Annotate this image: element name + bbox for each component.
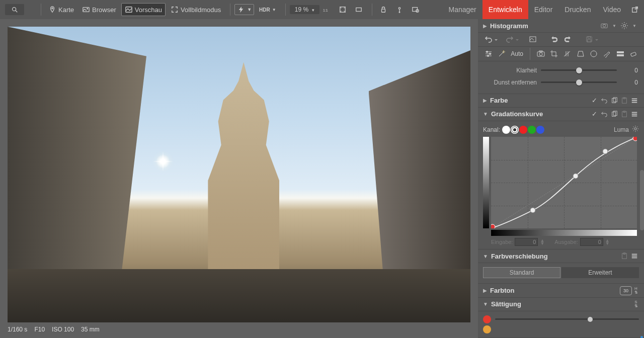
chevron-down-icon[interactable]: ▼ [610, 21, 619, 30]
tool-gradient[interactable] [613, 47, 626, 61]
copy-icon[interactable] [610, 110, 619, 119]
eingabe-input[interactable] [515, 238, 538, 246]
chevron-right-icon: ▶ [483, 98, 487, 103]
saettigung-body [478, 311, 644, 338]
tool-crop[interactable] [547, 47, 560, 61]
module-entwickeln[interactable]: Entwickeln [482, 0, 528, 19]
tool-auto-wand[interactable] [495, 47, 508, 61]
tool-brush[interactable] [600, 47, 613, 61]
section-farbverschiebung-label: Farbverschiebung [491, 252, 617, 260]
channel-red[interactable] [519, 126, 527, 134]
module-manager[interactable]: Manager [443, 0, 482, 19]
slider-klarheit-label: Klarheit [484, 67, 537, 74]
curve-editor[interactable] [491, 137, 637, 228]
undo-button[interactable] [483, 34, 494, 45]
module-drucken[interactable]: Drucken [558, 0, 597, 19]
zoom-level[interactable]: 19 % ▾ [290, 5, 320, 14]
section-saettigung[interactable]: ▼ Sättigung S⇅ [478, 298, 644, 311]
image-icon [125, 6, 133, 14]
tool-straighten[interactable] [560, 47, 574, 61]
module-video[interactable]: Video [597, 0, 627, 19]
auto-button[interactable]: Auto [509, 47, 526, 61]
slider-dunst[interactable] [541, 81, 617, 83]
tool-sliders[interactable] [482, 47, 495, 61]
menu-icon[interactable] [630, 110, 639, 119]
chevron-down-icon: ▼ [483, 111, 488, 117]
rotate-right-button[interactable] [562, 34, 574, 45]
section-farbton[interactable]: ▶ Farbton 30 H⇅ [478, 284, 644, 297]
hs-mini-icon[interactable]: H⇅ [633, 287, 639, 294]
hdr-dropdown[interactable]: HDR ▼ [256, 5, 279, 15]
s-mini-icon[interactable]: S⇅ [633, 300, 639, 308]
camera-small-icon[interactable] [600, 21, 609, 30]
compare-icon[interactable] [352, 4, 366, 16]
sat-red-slider[interactable] [495, 318, 639, 320]
check-icon[interactable]: ✓ [590, 96, 599, 105]
module-editor[interactable]: Editor [528, 0, 559, 19]
undo-small-icon[interactable] [600, 96, 609, 105]
tool-perspective[interactable] [574, 47, 587, 61]
section-curve[interactable]: ▼ Gradationskurve ✓ [478, 108, 644, 121]
svg-point-57 [513, 128, 516, 131]
chevron-down-icon: ▼ [483, 301, 488, 307]
topbar-karte[interactable]: Karte [45, 4, 77, 16]
paste-icon[interactable] [620, 110, 629, 119]
seg-standard[interactable]: Standard [483, 267, 560, 278]
zoom-fit[interactable] [336, 4, 350, 16]
section-farbe[interactable]: ▶ Farbe ✓ [478, 94, 644, 108]
slider-klarheit-value: 0 [621, 67, 638, 74]
paste-icon[interactable] [620, 251, 629, 261]
flash-dropdown[interactable]: ▼ [234, 4, 254, 15]
stepper-icon[interactable]: ▲▼ [605, 239, 610, 245]
channel-luma[interactable] [502, 126, 510, 134]
seg-erweitert[interactable]: Erweitert [561, 267, 639, 278]
svg-point-29 [488, 55, 489, 56]
hdr-label: HDR [259, 7, 270, 13]
topbar-karte-label: Karte [58, 6, 74, 14]
slider-klarheit[interactable] [541, 69, 617, 71]
gear-icon[interactable] [620, 21, 629, 30]
scrollbar[interactable] [640, 170, 644, 230]
ausgabe-input[interactable] [580, 238, 603, 246]
svg-line-16 [635, 7, 637, 10]
section-farbton-label: Farbton [490, 287, 617, 294]
rotate-left-button[interactable] [548, 34, 559, 45]
image-canvas[interactable] [8, 27, 470, 322]
curve-body: Kanal: Luma [478, 121, 644, 249]
channel-invert[interactable] [511, 126, 519, 134]
copy-icon[interactable] [610, 96, 619, 105]
svg-rect-22 [588, 37, 590, 39]
eyedropper-button[interactable] [392, 4, 407, 16]
channel-green[interactable] [528, 126, 536, 134]
chevron-down-icon: ▼ [483, 254, 488, 259]
overexposure-button[interactable] [409, 4, 423, 16]
gradient-horizontal [491, 230, 637, 236]
save-button[interactable] [584, 34, 595, 45]
tool-eraser[interactable] [627, 47, 640, 61]
zoom-1to1[interactable]: 1:1 [319, 4, 334, 16]
search-icon [11, 6, 19, 14]
tool-camera[interactable] [534, 47, 547, 61]
paste-icon[interactable] [620, 96, 629, 105]
svg-point-60 [491, 224, 495, 228]
section-farbverschiebung[interactable]: ▼ Farbverschiebung [478, 249, 644, 263]
topbar-vorschau[interactable]: Vorschau [121, 3, 166, 16]
search-input[interactable] [5, 4, 24, 15]
gear-icon[interactable] [632, 125, 639, 134]
svg-point-30 [503, 51, 504, 52]
topbar-vollbild[interactable]: Vollbildmodus [168, 4, 224, 16]
undo-small-icon[interactable] [600, 110, 609, 119]
external-link-button[interactable] [630, 5, 640, 15]
copy-to-image-button[interactable] [527, 34, 538, 45]
redo-button[interactable] [504, 34, 515, 45]
topbar-browser[interactable]: Browser [79, 4, 119, 16]
menu-icon[interactable] [630, 96, 639, 105]
section-histogram[interactable]: ▶ Histogramm ▼ ▼ [478, 19, 644, 33]
chevron-down-icon[interactable]: ▼ [630, 21, 639, 30]
stepper-icon[interactable]: ▲▼ [540, 239, 544, 245]
tool-radial[interactable] [587, 47, 600, 61]
channel-blue[interactable] [536, 126, 544, 134]
check-icon[interactable]: ✓ [590, 110, 599, 119]
menu-icon[interactable] [630, 251, 639, 261]
lock-button[interactable] [376, 4, 390, 16]
